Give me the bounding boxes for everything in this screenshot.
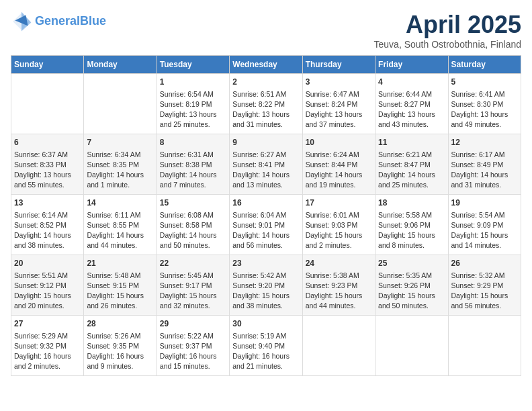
calendar-cell: 3Sunrise: 6:47 AM Sunset: 8:24 PM Daylig… bbox=[302, 74, 375, 134]
weekday-header: Saturday bbox=[448, 56, 521, 74]
day-number: 17 bbox=[306, 197, 372, 209]
calendar-cell: 28Sunrise: 5:26 AM Sunset: 9:35 PM Dayli… bbox=[84, 316, 157, 376]
day-number: 25 bbox=[378, 258, 445, 269]
calendar-cell: 26Sunrise: 5:32 AM Sunset: 9:29 PM Dayli… bbox=[448, 255, 521, 316]
calendar-week-row: 1Sunrise: 6:54 AM Sunset: 8:19 PM Daylig… bbox=[11, 74, 521, 134]
calendar-cell: 20Sunrise: 5:51 AM Sunset: 9:12 PM Dayli… bbox=[11, 255, 84, 316]
calendar-cell: 24Sunrise: 5:38 AM Sunset: 9:23 PM Dayli… bbox=[302, 255, 375, 316]
calendar-cell bbox=[375, 316, 448, 376]
day-number: 29 bbox=[160, 318, 226, 330]
header: GeneralBlue April 2025 Teuva, South Ostr… bbox=[11, 11, 521, 50]
day-number: 2 bbox=[232, 77, 299, 88]
day-number: 18 bbox=[378, 197, 445, 209]
calendar-cell: 15Sunrise: 6:08 AM Sunset: 8:58 PM Dayli… bbox=[157, 195, 229, 255]
calendar-cell: 17Sunrise: 6:01 AM Sunset: 9:03 PM Dayli… bbox=[302, 195, 375, 255]
calendar-cell: 29Sunrise: 5:22 AM Sunset: 9:37 PM Dayli… bbox=[157, 316, 229, 376]
calendar-week-row: 27Sunrise: 5:29 AM Sunset: 9:32 PM Dayli… bbox=[11, 316, 521, 376]
day-info: Sunrise: 5:19 AM Sunset: 9:40 PM Dayligh… bbox=[232, 331, 299, 372]
calendar-week-row: 6Sunrise: 6:37 AM Sunset: 8:33 PM Daylig… bbox=[11, 134, 521, 195]
month-title: April 2025 bbox=[374, 11, 521, 39]
day-info: Sunrise: 6:11 AM Sunset: 8:55 PM Dayligh… bbox=[87, 210, 153, 251]
day-number: 30 bbox=[232, 318, 299, 330]
day-number: 7 bbox=[87, 137, 153, 148]
calendar-cell: 12Sunrise: 6:17 AM Sunset: 8:49 PM Dayli… bbox=[448, 134, 521, 195]
day-info: Sunrise: 6:41 AM Sunset: 8:30 PM Dayligh… bbox=[451, 89, 518, 130]
calendar: SundayMondayTuesdayWednesdayThursdayFrid… bbox=[11, 55, 521, 376]
calendar-cell: 19Sunrise: 5:54 AM Sunset: 9:09 PM Dayli… bbox=[448, 195, 521, 255]
calendar-week-row: 20Sunrise: 5:51 AM Sunset: 9:12 PM Dayli… bbox=[11, 255, 521, 316]
location-title: Teuva, South Ostrobothnia, Finland bbox=[374, 39, 521, 50]
calendar-cell: 8Sunrise: 6:31 AM Sunset: 8:38 PM Daylig… bbox=[157, 134, 229, 195]
calendar-cell bbox=[84, 74, 157, 134]
weekday-header: Friday bbox=[375, 56, 448, 74]
day-info: Sunrise: 6:17 AM Sunset: 8:49 PM Dayligh… bbox=[451, 150, 518, 191]
calendar-cell: 13Sunrise: 6:14 AM Sunset: 8:52 PM Dayli… bbox=[11, 195, 84, 255]
day-info: Sunrise: 5:54 AM Sunset: 9:09 PM Dayligh… bbox=[451, 210, 518, 251]
day-number: 14 bbox=[87, 197, 153, 209]
day-info: Sunrise: 5:26 AM Sunset: 9:35 PM Dayligh… bbox=[87, 331, 153, 372]
day-info: Sunrise: 6:21 AM Sunset: 8:47 PM Dayligh… bbox=[378, 150, 445, 191]
day-number: 11 bbox=[378, 137, 445, 148]
day-info: Sunrise: 5:22 AM Sunset: 9:37 PM Dayligh… bbox=[160, 331, 226, 372]
day-info: Sunrise: 5:38 AM Sunset: 9:23 PM Dayligh… bbox=[306, 271, 372, 312]
day-info: Sunrise: 6:24 AM Sunset: 8:44 PM Dayligh… bbox=[306, 150, 372, 191]
day-number: 9 bbox=[232, 137, 299, 148]
title-area: April 2025 Teuva, South Ostrobothnia, Fi… bbox=[374, 11, 521, 50]
day-info: Sunrise: 6:14 AM Sunset: 8:52 PM Dayligh… bbox=[14, 210, 81, 251]
calendar-cell: 2Sunrise: 6:51 AM Sunset: 8:22 PM Daylig… bbox=[230, 74, 302, 134]
day-number: 5 bbox=[451, 77, 518, 88]
calendar-cell: 11Sunrise: 6:21 AM Sunset: 8:47 PM Dayli… bbox=[375, 134, 448, 195]
day-number: 10 bbox=[306, 137, 372, 148]
calendar-cell: 10Sunrise: 6:24 AM Sunset: 8:44 PM Dayli… bbox=[302, 134, 375, 195]
calendar-week-row: 13Sunrise: 6:14 AM Sunset: 8:52 PM Dayli… bbox=[11, 195, 521, 255]
day-info: Sunrise: 6:31 AM Sunset: 8:38 PM Dayligh… bbox=[160, 150, 226, 191]
day-info: Sunrise: 6:44 AM Sunset: 8:27 PM Dayligh… bbox=[378, 89, 445, 130]
day-info: Sunrise: 5:48 AM Sunset: 9:15 PM Dayligh… bbox=[87, 271, 153, 312]
day-info: Sunrise: 6:01 AM Sunset: 9:03 PM Dayligh… bbox=[306, 210, 372, 251]
day-number: 15 bbox=[160, 197, 226, 209]
calendar-cell bbox=[11, 74, 84, 134]
calendar-cell: 22Sunrise: 5:45 AM Sunset: 9:17 PM Dayli… bbox=[157, 255, 229, 316]
calendar-header-row: SundayMondayTuesdayWednesdayThursdayFrid… bbox=[11, 56, 521, 74]
weekday-header: Wednesday bbox=[230, 56, 302, 74]
weekday-header: Tuesday bbox=[157, 56, 229, 74]
day-number: 24 bbox=[306, 258, 372, 269]
calendar-cell: 21Sunrise: 5:48 AM Sunset: 9:15 PM Dayli… bbox=[84, 255, 157, 316]
day-info: Sunrise: 6:51 AM Sunset: 8:22 PM Dayligh… bbox=[232, 89, 299, 130]
logo-text: GeneralBlue bbox=[35, 15, 106, 28]
day-info: Sunrise: 6:54 AM Sunset: 8:19 PM Dayligh… bbox=[160, 89, 226, 130]
day-info: Sunrise: 5:35 AM Sunset: 9:26 PM Dayligh… bbox=[378, 271, 445, 312]
calendar-cell: 5Sunrise: 6:41 AM Sunset: 8:30 PM Daylig… bbox=[448, 74, 521, 134]
day-number: 1 bbox=[160, 77, 226, 88]
day-number: 27 bbox=[14, 318, 81, 330]
day-info: Sunrise: 5:32 AM Sunset: 9:29 PM Dayligh… bbox=[451, 271, 518, 312]
weekday-header: Monday bbox=[84, 56, 157, 74]
calendar-cell: 7Sunrise: 6:34 AM Sunset: 8:35 PM Daylig… bbox=[84, 134, 157, 195]
day-number: 19 bbox=[451, 197, 518, 209]
day-number: 28 bbox=[87, 318, 153, 330]
day-info: Sunrise: 5:51 AM Sunset: 9:12 PM Dayligh… bbox=[14, 271, 81, 312]
day-number: 20 bbox=[14, 258, 81, 269]
day-number: 26 bbox=[451, 258, 518, 269]
day-info: Sunrise: 6:27 AM Sunset: 8:41 PM Dayligh… bbox=[232, 150, 299, 191]
calendar-cell: 27Sunrise: 5:29 AM Sunset: 9:32 PM Dayli… bbox=[11, 316, 84, 376]
calendar-cell: 1Sunrise: 6:54 AM Sunset: 8:19 PM Daylig… bbox=[157, 74, 229, 134]
day-info: Sunrise: 6:04 AM Sunset: 9:01 PM Dayligh… bbox=[232, 210, 299, 251]
day-number: 22 bbox=[160, 258, 226, 269]
calendar-cell: 18Sunrise: 5:58 AM Sunset: 9:06 PM Dayli… bbox=[375, 195, 448, 255]
day-number: 12 bbox=[451, 137, 518, 148]
day-number: 6 bbox=[14, 137, 81, 148]
calendar-cell: 6Sunrise: 6:37 AM Sunset: 8:33 PM Daylig… bbox=[11, 134, 84, 195]
day-number: 16 bbox=[232, 197, 299, 209]
calendar-cell: 14Sunrise: 6:11 AM Sunset: 8:55 PM Dayli… bbox=[84, 195, 157, 255]
calendar-cell: 23Sunrise: 5:42 AM Sunset: 9:20 PM Dayli… bbox=[230, 255, 302, 316]
calendar-cell: 9Sunrise: 6:27 AM Sunset: 8:41 PM Daylig… bbox=[230, 134, 302, 195]
weekday-header: Thursday bbox=[302, 56, 375, 74]
day-info: Sunrise: 6:08 AM Sunset: 8:58 PM Dayligh… bbox=[160, 210, 226, 251]
day-info: Sunrise: 6:37 AM Sunset: 8:33 PM Dayligh… bbox=[14, 150, 81, 191]
day-info: Sunrise: 5:42 AM Sunset: 9:20 PM Dayligh… bbox=[232, 271, 299, 312]
day-number: 4 bbox=[378, 77, 445, 88]
day-info: Sunrise: 6:47 AM Sunset: 8:24 PM Dayligh… bbox=[306, 89, 372, 130]
logo-line2: Blue bbox=[80, 14, 106, 28]
day-number: 8 bbox=[160, 137, 226, 148]
